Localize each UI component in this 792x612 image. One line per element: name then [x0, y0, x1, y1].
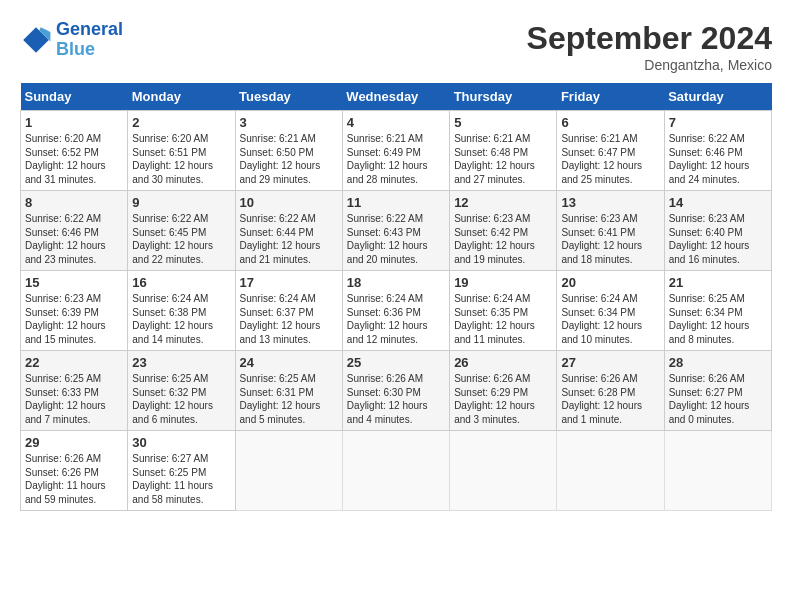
calendar-table: Sunday Monday Tuesday Wednesday Thursday…: [20, 83, 772, 511]
table-row: 2Sunrise: 6:20 AMSunset: 6:51 PMDaylight…: [128, 111, 235, 191]
table-row: 4Sunrise: 6:21 AMSunset: 6:49 PMDaylight…: [342, 111, 449, 191]
table-row: 1Sunrise: 6:20 AMSunset: 6:52 PMDaylight…: [21, 111, 128, 191]
table-row: 13Sunrise: 6:23 AMSunset: 6:41 PMDayligh…: [557, 191, 664, 271]
table-row: 26Sunrise: 6:26 AMSunset: 6:29 PMDayligh…: [450, 351, 557, 431]
table-row: 3Sunrise: 6:21 AMSunset: 6:50 PMDaylight…: [235, 111, 342, 191]
table-row: 28Sunrise: 6:26 AMSunset: 6:27 PMDayligh…: [664, 351, 771, 431]
table-row: 30Sunrise: 6:27 AMSunset: 6:25 PMDayligh…: [128, 431, 235, 511]
col-saturday: Saturday: [664, 83, 771, 111]
table-row: 21Sunrise: 6:25 AMSunset: 6:34 PMDayligh…: [664, 271, 771, 351]
table-row: [664, 431, 771, 511]
table-row: 18Sunrise: 6:24 AMSunset: 6:36 PMDayligh…: [342, 271, 449, 351]
table-row: 17Sunrise: 6:24 AMSunset: 6:37 PMDayligh…: [235, 271, 342, 351]
table-row: 8Sunrise: 6:22 AMSunset: 6:46 PMDaylight…: [21, 191, 128, 271]
table-row: [450, 431, 557, 511]
table-row: 16Sunrise: 6:24 AMSunset: 6:38 PMDayligh…: [128, 271, 235, 351]
table-row: 7Sunrise: 6:22 AMSunset: 6:46 PMDaylight…: [664, 111, 771, 191]
table-row: 6Sunrise: 6:21 AMSunset: 6:47 PMDaylight…: [557, 111, 664, 191]
col-wednesday: Wednesday: [342, 83, 449, 111]
table-row: 10Sunrise: 6:22 AMSunset: 6:44 PMDayligh…: [235, 191, 342, 271]
header-row: Sunday Monday Tuesday Wednesday Thursday…: [21, 83, 772, 111]
table-row: 12Sunrise: 6:23 AMSunset: 6:42 PMDayligh…: [450, 191, 557, 271]
col-friday: Friday: [557, 83, 664, 111]
table-row: 15Sunrise: 6:23 AMSunset: 6:39 PMDayligh…: [21, 271, 128, 351]
table-row: 19Sunrise: 6:24 AMSunset: 6:35 PMDayligh…: [450, 271, 557, 351]
logo-icon: [20, 24, 52, 56]
table-row: [235, 431, 342, 511]
col-tuesday: Tuesday: [235, 83, 342, 111]
col-thursday: Thursday: [450, 83, 557, 111]
table-row: 25Sunrise: 6:26 AMSunset: 6:30 PMDayligh…: [342, 351, 449, 431]
table-row: 27Sunrise: 6:26 AMSunset: 6:28 PMDayligh…: [557, 351, 664, 431]
title-block: September 2024 Dengantzha, Mexico: [527, 20, 772, 73]
table-row: 23Sunrise: 6:25 AMSunset: 6:32 PMDayligh…: [128, 351, 235, 431]
page-header: General Blue September 2024 Dengantzha, …: [20, 20, 772, 73]
col-monday: Monday: [128, 83, 235, 111]
location: Dengantzha, Mexico: [527, 57, 772, 73]
table-row: 14Sunrise: 6:23 AMSunset: 6:40 PMDayligh…: [664, 191, 771, 271]
table-row: 24Sunrise: 6:25 AMSunset: 6:31 PMDayligh…: [235, 351, 342, 431]
logo: General Blue: [20, 20, 123, 60]
logo-text: General Blue: [56, 20, 123, 60]
table-row: 22Sunrise: 6:25 AMSunset: 6:33 PMDayligh…: [21, 351, 128, 431]
month-title: September 2024: [527, 20, 772, 57]
table-row: 11Sunrise: 6:22 AMSunset: 6:43 PMDayligh…: [342, 191, 449, 271]
table-row: [557, 431, 664, 511]
table-row: 5Sunrise: 6:21 AMSunset: 6:48 PMDaylight…: [450, 111, 557, 191]
table-row: 29Sunrise: 6:26 AMSunset: 6:26 PMDayligh…: [21, 431, 128, 511]
table-row: 20Sunrise: 6:24 AMSunset: 6:34 PMDayligh…: [557, 271, 664, 351]
table-row: 9Sunrise: 6:22 AMSunset: 6:45 PMDaylight…: [128, 191, 235, 271]
col-sunday: Sunday: [21, 83, 128, 111]
table-row: [342, 431, 449, 511]
